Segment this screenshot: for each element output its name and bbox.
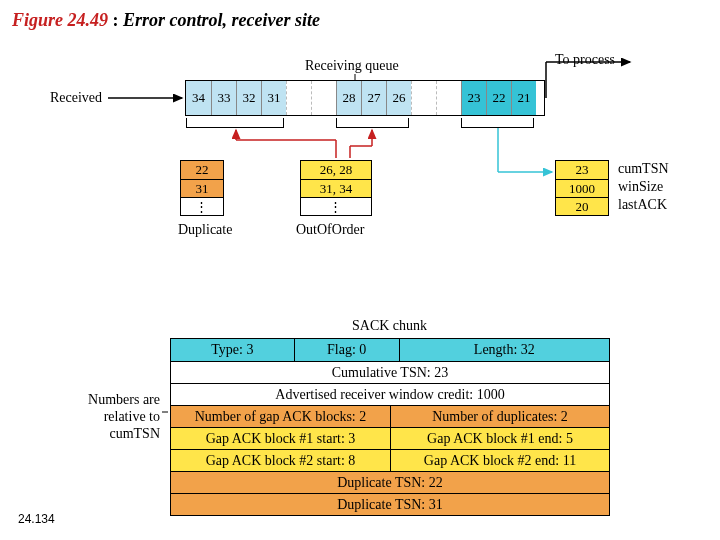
- state-field: winSize: [618, 178, 669, 196]
- sack-cell: Gap ACK block #2 start: 8: [171, 450, 390, 471]
- queue-slot: 28: [336, 81, 361, 115]
- queue-slot: [311, 81, 336, 115]
- duplicate-table: 22 31 ⋮: [180, 160, 224, 216]
- ellipsis-icon: ⋮: [301, 197, 371, 215]
- page-number: 24.134: [18, 512, 55, 526]
- outoforder-row: 31, 34: [301, 179, 371, 197]
- queue-slot: 27: [361, 81, 386, 115]
- duplicate-label: Duplicate: [178, 222, 232, 238]
- received-label: Received: [50, 90, 102, 106]
- outoforder-label: OutOfOrder: [296, 222, 364, 238]
- queue-slot: 31: [261, 81, 286, 115]
- sack-table: Type: 3 Flag: 0 Length: 32 Cumulative TS…: [170, 338, 610, 516]
- sack-length: Length: 32: [399, 339, 609, 361]
- state-labels: cumTSN winSize lastACK: [618, 160, 669, 214]
- outoforder-row: 26, 28: [301, 161, 371, 179]
- bracket-delivered: [461, 118, 534, 128]
- figure-number: Figure 24.49: [12, 10, 108, 30]
- sack-chunk-label: SACK chunk: [352, 318, 427, 334]
- sack-cell: Gap ACK block #2 end: 11: [390, 450, 609, 471]
- side-note-line: relative to: [60, 409, 160, 426]
- side-note-line: Numbers are: [60, 392, 160, 409]
- queue-slot: 34: [186, 81, 211, 115]
- queue-slot: [411, 81, 436, 115]
- figure-caption: Error control, receiver site: [123, 10, 320, 30]
- state-value: 20: [556, 197, 608, 215]
- to-process-label: To process: [555, 52, 615, 68]
- figure-title: Figure 24.49 : Error control, receiver s…: [12, 10, 320, 31]
- duplicate-row: 31: [181, 179, 223, 197]
- duplicate-row: 22: [181, 161, 223, 179]
- sack-cell: Gap ACK block #1 start: 3: [171, 428, 390, 449]
- queue-slot: 32: [236, 81, 261, 115]
- queue-slot: [286, 81, 311, 115]
- side-note: Numbers are relative to cumTSN: [60, 392, 160, 442]
- sack-cell: Duplicate TSN: 22: [171, 472, 609, 493]
- state-value: 1000: [556, 179, 608, 197]
- side-note-line: cumTSN: [60, 426, 160, 443]
- queue-slot: 21: [511, 81, 536, 115]
- sack-flag: Flag: 0: [294, 339, 399, 361]
- outoforder-table: 26, 28 31, 34 ⋮: [300, 160, 372, 216]
- sack-cell: Number of duplicates: 2: [390, 406, 609, 427]
- queue-slot: 33: [211, 81, 236, 115]
- sack-cell: Number of gap ACK blocks: 2: [171, 406, 390, 427]
- state-value: 23: [556, 161, 608, 179]
- sack-cumtsn: Cumulative TSN: 23: [171, 362, 609, 383]
- sack-cell: Duplicate TSN: 31: [171, 494, 609, 515]
- sack-cell: Gap ACK block #1 end: 5: [390, 428, 609, 449]
- sack-type: Type: 3: [171, 339, 294, 361]
- queue-slot: 22: [486, 81, 511, 115]
- receiving-queue-label: Receiving queue: [305, 58, 399, 74]
- state-field: lastACK: [618, 196, 669, 214]
- state-field: cumTSN: [618, 160, 669, 178]
- queue-slot: [436, 81, 461, 115]
- queue-slot: 26: [386, 81, 411, 115]
- bracket-block2: [186, 118, 284, 128]
- sack-credit: Advertised receiver window credit: 1000: [171, 384, 609, 405]
- figure-sep: :: [113, 10, 119, 30]
- state-table: 23 1000 20: [555, 160, 609, 216]
- receiving-queue: 34333231282726232221: [185, 80, 545, 116]
- bracket-block1: [336, 118, 409, 128]
- queue-slot: 23: [461, 81, 486, 115]
- ellipsis-icon: ⋮: [181, 197, 223, 215]
